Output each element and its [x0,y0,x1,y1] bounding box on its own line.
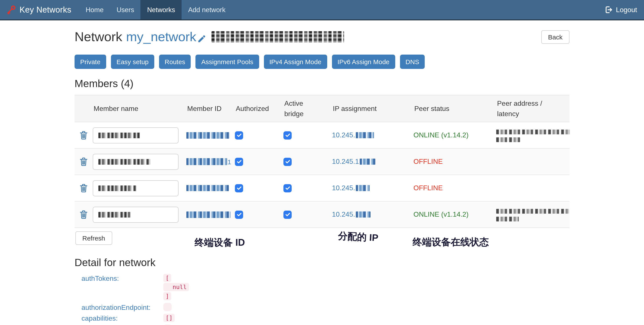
detail-value: null [164,283,189,291]
peer-address [496,208,570,221]
peer-status: ONLINE (v1.14.2) [414,210,468,218]
brand-title: Key Networks [20,5,71,14]
ip-assignment: 10.245. [332,210,414,218]
authorized-checkbox[interactable] [235,131,284,139]
active-bridge-checkbox[interactable] [284,158,332,166]
detail-key: capabilities: [74,314,164,323]
easy-setup-button[interactable]: Easy setup [111,54,154,69]
private-button[interactable]: Private [74,54,106,69]
member-id-link[interactable]: 1 [186,158,235,165]
members-heading: Members (4) [74,78,570,90]
authorized-checkbox[interactable] [235,184,284,192]
member-name-input[interactable] [93,154,178,170]
ipv6-assign-mode-button[interactable]: IPv6 Assign Mode [332,54,395,69]
logout-button[interactable]: Logout [604,0,644,20]
ip-assignment: 10.245. [332,184,414,192]
network-id-redacted [212,31,344,42]
network-settings-buttons: Private Easy setup Routes Assignment Poo… [74,54,570,69]
member-row-2: 1 10.245.1 OFFLINE [74,149,570,175]
nav-item-users[interactable]: Users [110,0,141,20]
ip-assignment: 10.245. [332,131,414,139]
member-name-input[interactable] [93,180,178,196]
navbar: Key Networks Home Users Networks Add net… [0,0,644,20]
detail-entry-authtokens: authTokens: [ null ] [74,274,570,301]
col-ip-assignment: IP assignment [332,105,414,112]
authorized-checkbox[interactable] [235,158,284,166]
network-name-link[interactable]: my_network [126,30,196,44]
col-member-id: Member ID [186,105,235,112]
detail-heading: Detail for network [74,256,570,269]
member-id-link[interactable] [186,185,235,191]
member-id-link[interactable] [186,211,235,218]
col-active-bridge: Active bridge [284,98,332,119]
logout-icon [604,6,613,14]
detail-value: ] [164,292,171,300]
peer-status: OFFLINE [414,158,443,166]
annotation-ip: 分配的 IP [338,230,379,244]
col-authorized: Authorized [235,105,284,112]
active-bridge-checkbox[interactable] [284,210,332,218]
member-row-1: 10.245. ONLINE (v1.14.2) [74,122,570,149]
detail-entry-authorization-endpoint: authorizationEndpoint: [74,303,570,312]
detail-value: [] [164,314,175,322]
detail-value: [ [164,274,171,282]
detail-key: authTokens: [74,274,164,301]
peer-status: ONLINE (v1.14.2) [414,131,468,139]
active-bridge-checkbox[interactable] [284,131,332,139]
delete-member-button[interactable] [74,131,93,140]
delete-member-button[interactable] [74,184,93,192]
detail-list: authTokens: [ null ] authorizationEndpoi… [74,274,570,325]
nav-item-home[interactable]: Home [79,0,110,20]
ip-assignment: 10.245.1 [332,158,414,166]
logout-label: Logout [616,6,637,14]
detail-value-empty [164,303,172,311]
members-table-header: Member name Member ID Authorized Active … [74,95,570,122]
delete-member-button[interactable] [74,210,93,219]
annotation-peer-status: 终端设备在线状态 [412,236,489,249]
annotation-member-id: 终端设备 ID [194,236,245,249]
assignment-pools-button[interactable]: Assignment Pools [196,54,259,69]
routes-button[interactable]: Routes [159,54,191,69]
members-table: Member name Member ID Authorized Active … [74,95,570,228]
col-peer-address: Peer address / latency [496,98,570,119]
brand[interactable]: Key Networks [0,0,71,20]
page: Key Networks Home Users Networks Add net… [0,0,644,325]
active-bridge-checkbox[interactable] [284,184,332,192]
dns-button[interactable]: DNS [400,54,425,69]
nav-items: Home Users Networks Add network [79,0,232,20]
member-id-link[interactable] [186,132,235,138]
detail-entry-capabilities: capabilities: [] [74,314,570,323]
delete-member-button[interactable] [74,157,93,166]
member-row-3: 10.245. OFFLINE [74,175,570,202]
back-button[interactable]: Back [541,30,570,44]
peer-address [496,128,570,142]
peer-status: OFFLINE [414,184,443,192]
network-title-row: Network my_network Back [74,28,570,46]
col-peer-status: Peer status [414,105,496,112]
refresh-button[interactable]: Refresh [76,232,112,245]
col-member-name: Member name [93,105,186,112]
member-name-input[interactable] [93,206,178,222]
ipv4-assign-mode-button[interactable]: IPv4 Assign Mode [264,54,327,69]
nav-item-networks[interactable]: Networks [141,0,182,20]
member-row-4: 10.245. ONLINE (v1.14.2) [74,202,570,228]
nav-item-add-network[interactable]: Add network [182,0,232,20]
refresh-row: Refresh 终端设备 ID 分配的 IP 终端设备在线状态 [74,232,570,253]
page-title: Network [74,30,122,44]
detail-key: authorizationEndpoint: [74,303,164,312]
edit-pencil-icon[interactable] [197,34,206,43]
member-name-input[interactable] [93,127,178,143]
key-logo-icon [6,4,16,15]
authorized-checkbox[interactable] [235,210,284,218]
